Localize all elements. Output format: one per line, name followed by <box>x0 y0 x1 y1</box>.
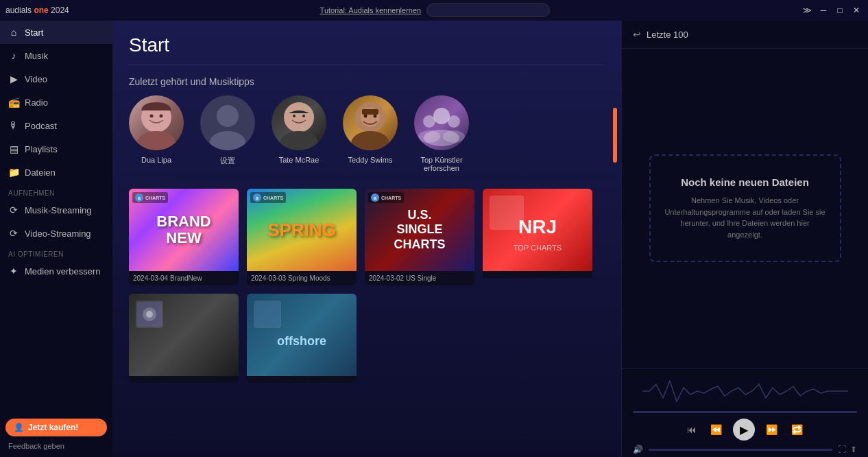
svg-point-7 <box>284 102 314 132</box>
right-panel-body: Noch keine neuen Dateien Nehmen Sie Musi… <box>622 49 868 368</box>
chart-footer-podcast <box>129 376 239 383</box>
chart-thumb-us-single: a CHARTS U.S.SINGLECHARTS <box>365 189 474 271</box>
main-content: Start Zuletzt gehört und Musiktipps <box>112 21 621 457</box>
progress-bar[interactable] <box>633 411 857 413</box>
scrollbar-track[interactable] <box>613 21 617 457</box>
artist-name-dua-lipa: Dua Lipa <box>141 156 171 164</box>
feedback-link[interactable]: Feedback geben <box>5 441 107 452</box>
chart-card-radio-nrj[interactable]: NRJ TOP CHARTS <box>483 189 592 285</box>
search-input[interactable] <box>426 3 550 17</box>
artist-item-tate-mcrae[interactable]: Tate McRae <box>272 95 326 164</box>
expand-button[interactable]: ⬆ <box>850 445 857 454</box>
section-title: Zuletzt gehört und Musiktipps <box>112 76 621 95</box>
audials-badge-1: a CHARTS <box>132 192 168 203</box>
home-icon: ⌂ <box>8 27 19 38</box>
chart-card-offshore[interactable]: offshore <box>247 294 357 383</box>
main-layout: ⌂ Start ♪ Musik ▶ Video 📻 Radio 🎙 Podcas… <box>0 21 868 457</box>
sidebar-item-video-streaming[interactable]: ⟳ Video-Streaming <box>0 222 112 245</box>
sidebar-item-musik[interactable]: ♪ Musik <box>0 44 112 67</box>
maximize-button[interactable]: □ <box>834 4 846 16</box>
sidebar-label-video-streaming: Video-Streaming <box>25 228 91 239</box>
sidebar-label-podcast: Podcast <box>25 121 57 131</box>
video-streaming-icon: ⟳ <box>8 228 19 239</box>
play-button[interactable]: ▶ <box>733 419 755 441</box>
artist-name-placeholder: 设置 <box>220 156 235 166</box>
recent-100-label: Letzte 100 <box>647 30 688 40</box>
radio-icon: 📻 <box>8 97 19 108</box>
sidebar-label-musik: Musik <box>25 51 48 61</box>
waveform-area <box>633 374 857 408</box>
sidebar-bottom: 👤 Jetzt kaufen! Feedback geben <box>0 413 112 457</box>
sidebar-item-musik-streaming[interactable]: ⟳ Musik-Streaming <box>0 198 112 222</box>
chart-thumb-radio-nrj: NRJ TOP CHARTS <box>483 189 592 271</box>
waveform-svg <box>642 374 848 408</box>
musik-streaming-icon: ⟳ <box>8 204 19 215</box>
sidebar-item-radio[interactable]: 📻 Radio <box>0 91 112 114</box>
artist-avatar-tate-mcrae <box>272 95 326 150</box>
title-bar-center: Tutorial: Audials kennenlernen <box>69 3 801 17</box>
playlists-icon: ▤ <box>8 143 19 154</box>
audials-badge-3: a CHARTS <box>368 192 404 203</box>
chart-card-brand-new[interactable]: a CHARTS BRANDNEW 2024-03-04 BrandNew <box>129 189 239 285</box>
user-icon: 👤 <box>14 423 24 432</box>
spring-text: SPRING <box>267 220 336 241</box>
sidebar-item-video[interactable]: ▶ Video <box>0 67 112 91</box>
svg-point-30 <box>146 311 153 318</box>
player-bottom: 🔊 ⛶ ⬆ <box>633 445 857 454</box>
svg-point-9 <box>293 115 296 117</box>
sidebar-item-playlists[interactable]: ▤ Playlists <box>0 137 112 161</box>
artist-avatar-teddy-swims <box>343 95 398 150</box>
music-icon: ♪ <box>8 50 19 61</box>
sidebar-item-medien-verbessern[interactable]: ✦ Medien verbessern <box>0 259 112 283</box>
artist-name-top-kuenstler: Top Künstler erforschen <box>414 156 469 172</box>
svg-point-15 <box>374 115 377 118</box>
sidebar-item-start[interactable]: ⌂ Start <box>0 21 112 44</box>
chart-footer-radio-nrj <box>483 271 592 278</box>
title-bar-left: audials one 2024 <box>5 5 69 15</box>
svg-point-8 <box>280 131 318 150</box>
close-button[interactable]: ✕ <box>850 4 863 16</box>
artist-name-teddy-swims: Teddy Swims <box>348 156 393 164</box>
sidebar-item-dateien[interactable]: 📁 Dateien <box>0 161 112 184</box>
sidebar-label-dateien: Dateien <box>25 167 56 178</box>
right-panel: ↩ Letzte 100 Noch keine neuen Dateien Ne… <box>621 21 868 457</box>
fullscreen-button[interactable]: ⛶ <box>838 445 846 454</box>
more-options-button[interactable]: ≫ <box>801 4 813 16</box>
artist-item-teddy-swims[interactable]: Teddy Swims <box>343 95 398 164</box>
sidebar-nav: ⌂ Start ♪ Musik ▶ Video 📻 Radio 🎙 Podcas… <box>0 21 112 413</box>
title-bar: audials one 2024 Tutorial: Audials kenne… <box>0 0 868 21</box>
svg-point-18 <box>423 115 435 128</box>
content-area: Start Zuletzt gehört und Musiktipps <box>112 21 868 457</box>
next-button[interactable]: ⏩ <box>763 421 780 438</box>
chart-footer-us-single: 2024-03-02 US Single <box>365 271 474 285</box>
chart-card-spring[interactable]: a CHARTS SPRING 2024-03-03 Spring Moods <box>247 189 357 285</box>
volume-bar[interactable] <box>649 449 832 451</box>
sidebar-label-video: Video <box>25 74 47 84</box>
empty-desc: Nehmen Sie Musik, Videos oder Unterhaltu… <box>664 195 826 240</box>
sidebar-item-podcast[interactable]: 🎙 Podcast <box>0 114 112 137</box>
repeat-button[interactable]: 🔁 <box>788 421 806 438</box>
artist-item-dua-lipa[interactable]: Dua Lipa <box>129 95 184 164</box>
chart-card-podcast[interactable] <box>129 294 239 383</box>
sidebar-label-medien: Medien verbessern <box>25 266 101 277</box>
tutorial-link[interactable]: Tutorial: Audials kennenlernen <box>320 6 422 14</box>
artist-item-placeholder[interactable]: 设置 <box>200 95 255 166</box>
svg-point-1 <box>137 131 176 150</box>
skip-back-button[interactable]: ⏮ <box>684 421 699 438</box>
player-section: ⏮ ⏪ ▶ ⏩ 🔁 🔊 ⛶ ⬆ <box>622 368 868 457</box>
chart-thumb-brand-new: a CHARTS BRANDNEW <box>129 189 239 271</box>
scrollbar-thumb[interactable] <box>613 108 617 163</box>
artist-item-top-kuenstler[interactable]: Top Künstler erforschen <box>414 95 469 172</box>
chart-thumb-offshore: offshore <box>247 294 357 376</box>
svg-point-12 <box>351 131 389 150</box>
buy-label: Jetzt kaufen! <box>28 423 78 432</box>
artist-name-tate-mcrae: Tate McRae <box>279 156 320 164</box>
svg-point-19 <box>448 115 460 128</box>
svg-text:NRJ: NRJ <box>518 216 557 237</box>
artists-row: Dua Lipa 设置 <box>112 95 621 189</box>
minimize-button[interactable]: ─ <box>817 4 830 16</box>
prev-button[interactable]: ⏪ <box>708 421 725 438</box>
buy-button[interactable]: 👤 Jetzt kaufen! <box>5 419 107 436</box>
chart-card-us-single[interactable]: a CHARTS U.S.SINGLECHARTS 2024-03-02 US … <box>365 189 474 285</box>
volume-icon: 🔊 <box>633 445 643 454</box>
